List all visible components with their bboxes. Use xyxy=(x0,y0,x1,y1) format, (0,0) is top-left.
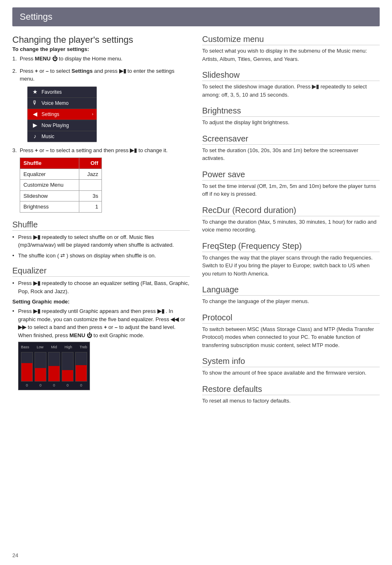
screensaver-title: Screensaver xyxy=(202,134,380,145)
settings-row-shuffle: Shuffle Off xyxy=(20,158,102,169)
settings-icon: ◀ xyxy=(31,110,39,118)
steps-list: 1. Press MENU ⏻ to display the Home menu… xyxy=(12,55,190,213)
two-column-layout: Changing the player's settings To change… xyxy=(12,35,380,412)
system-info-text: To show the amount of free space availab… xyxy=(202,369,380,377)
eq-label-row: Bass Low Mid High Treb xyxy=(21,345,87,350)
eq-label-bass: Bass xyxy=(21,345,29,350)
left-column: Changing the player's settings To change… xyxy=(12,35,190,412)
shuffle-title: Shuffle xyxy=(12,220,190,231)
power-save-title: Power save xyxy=(202,170,380,181)
menu-row-nowplaying: ▶ Now Playing xyxy=(28,120,97,131)
changing-settings-section: Changing the player's settings To change… xyxy=(12,35,190,213)
settings-row-equalizer: Equalizer Jazz xyxy=(20,169,102,180)
shuffle-bullet-2: The shuffle icon ( ⇄ ) shows on display … xyxy=(12,252,190,260)
setting-value-slideshow: 3s xyxy=(79,190,102,201)
eq-track-high xyxy=(62,352,74,382)
eq-label-low: Low xyxy=(37,345,44,350)
shuffle-bullets: Press ▶▮ repeatedly to select shuffle on… xyxy=(12,233,190,260)
brightness-text: To adjust the display light brightness. xyxy=(202,118,380,127)
eq-track-mid xyxy=(48,352,60,382)
screensaver-text: To set the duration (10s, 20s, 30s and 1… xyxy=(202,146,380,162)
customize-menu-text: To select what you wish to display in th… xyxy=(202,47,380,63)
menu-label-nowplaying: Now Playing xyxy=(42,122,93,129)
favorites-icon: ★ xyxy=(31,88,39,96)
customize-menu-title: Customize menu xyxy=(202,35,380,45)
restore-defaults-text: To reset all menus to factory defaults. xyxy=(202,397,380,405)
protocol-text: To switch between MSC (Mass Storage Clas… xyxy=(202,325,380,350)
shuffle-section: Shuffle Press ▶▮ repeatedly to select sh… xyxy=(12,220,190,260)
menu-row-favorites: ★ Favorites xyxy=(28,87,97,98)
eq-fill-mid xyxy=(48,366,60,381)
setting-name-shuffle: Shuffle xyxy=(20,158,79,169)
changing-settings-title: Changing the player's settings xyxy=(12,35,190,45)
eq-num-4: 0 xyxy=(80,383,82,389)
recdur-text: To change the duration (Max, 5 minutes, … xyxy=(202,218,380,234)
setting-graphic-subtitle: Setting Graphic mode: xyxy=(12,299,190,305)
eq-num-0: 0 xyxy=(26,383,28,389)
brightness-section: Brightness To adjust the display light b… xyxy=(202,106,380,127)
settings-table: Shuffle Off Equalizer Jazz Customize Men… xyxy=(20,157,102,213)
protocol-section: Protocol To switch between MSC (Mass Sto… xyxy=(202,313,380,350)
page-header: Settings xyxy=(12,7,380,26)
language-text: To change the language of the player men… xyxy=(202,297,380,306)
page-title: Settings xyxy=(20,12,53,22)
setting-name-customize: Customize Menu xyxy=(20,180,79,191)
setting-name-brightness: Brightness xyxy=(20,201,79,213)
step-2: 2. Press + or – to select Settings and p… xyxy=(12,67,190,142)
system-info-title: System info xyxy=(202,357,380,367)
settings-row-brightness: Brightness 1 xyxy=(20,201,102,213)
eq-label-mid: Mid xyxy=(51,345,57,350)
menu-label-music: Music xyxy=(42,133,93,140)
eq-track-bass xyxy=(21,352,33,382)
setting-graphic-bullets: Press ▶▮ repeatedly until Graphic appear… xyxy=(12,307,190,390)
slideshow-text: To select the slideshow image duration. … xyxy=(202,83,380,99)
page: Settings Changing the player's settings … xyxy=(0,0,392,565)
eq-bar-mid xyxy=(48,352,60,382)
language-section: Language To change the language of the p… xyxy=(202,285,380,306)
changing-settings-subtitle: To change the player settings: xyxy=(12,46,190,52)
eq-numbers-row: 0 0 0 0 0 xyxy=(21,383,87,389)
system-info-section: System info To show the amount of free s… xyxy=(202,357,380,377)
freqstep-section: FreqStep (Frequency Step) To changes the… xyxy=(202,241,380,278)
settings-row-customize: Customize Menu xyxy=(20,180,102,191)
equalizer-section: Equalizer Press ▶▮ repeatedly to choose … xyxy=(12,266,190,390)
menu-screenshot: ★ Favorites 🎙 Voice Memo ◀ Settings › xyxy=(27,86,97,142)
power-save-text: To set the time interval (Off, 1m, 2m, 5… xyxy=(202,182,380,198)
setting-value-customize xyxy=(79,180,102,191)
eq-fill-high xyxy=(62,370,73,381)
nowplaying-icon: ▶ xyxy=(31,121,39,130)
recdur-section: RecDur (Record duration) To change the d… xyxy=(202,206,380,234)
step-3: 3. Press + or – to select a setting and … xyxy=(12,146,190,213)
eq-num-3: 0 xyxy=(67,383,69,389)
step-1: 1. Press MENU ⏻ to display the Home menu… xyxy=(12,55,190,63)
brightness-title: Brightness xyxy=(202,106,380,117)
setting-name-slideshow: Slideshow xyxy=(20,190,79,201)
eq-graphic: Bass Low Mid High Treb xyxy=(18,342,90,390)
settings-row-slideshow: Slideshow 3s xyxy=(20,190,102,201)
setting-value-shuffle: Off xyxy=(79,158,102,169)
menu-row-voicememo: 🎙 Voice Memo xyxy=(28,98,97,109)
equalizer-bullet-1: Press ▶▮ repeatedly to choose an equaliz… xyxy=(12,279,190,295)
menu-label-settings: Settings xyxy=(42,111,92,118)
eq-num-2: 0 xyxy=(53,383,55,389)
setting-value-equalizer: Jazz xyxy=(79,169,102,180)
eq-track-treb xyxy=(75,352,87,382)
eq-fill-low xyxy=(35,368,46,381)
freqstep-text: To changes the way that the player scans… xyxy=(202,254,380,278)
eq-label-high: High xyxy=(65,345,72,350)
right-column: Customize menu To select what you wish t… xyxy=(202,35,380,412)
eq-bar-low xyxy=(35,352,46,382)
screensaver-section: Screensaver To set the duration (10s, 20… xyxy=(202,134,380,162)
menu-label-favorites: Favorites xyxy=(42,88,93,96)
eq-bar-treb xyxy=(75,352,87,382)
eq-track-low xyxy=(35,352,46,382)
eq-fill-bass xyxy=(21,363,32,381)
eq-num-1: 0 xyxy=(39,383,42,389)
equalizer-title: Equalizer xyxy=(12,266,190,277)
slideshow-title: Slideshow xyxy=(202,70,380,81)
eq-label-treb: Treb xyxy=(80,345,87,350)
restore-defaults-section: Restore defaults To reset all menus to f… xyxy=(202,384,380,405)
menu-row-music: ♪ Music xyxy=(28,131,97,142)
voicememo-icon: 🎙 xyxy=(31,99,39,107)
eq-fill-treb xyxy=(76,365,87,381)
